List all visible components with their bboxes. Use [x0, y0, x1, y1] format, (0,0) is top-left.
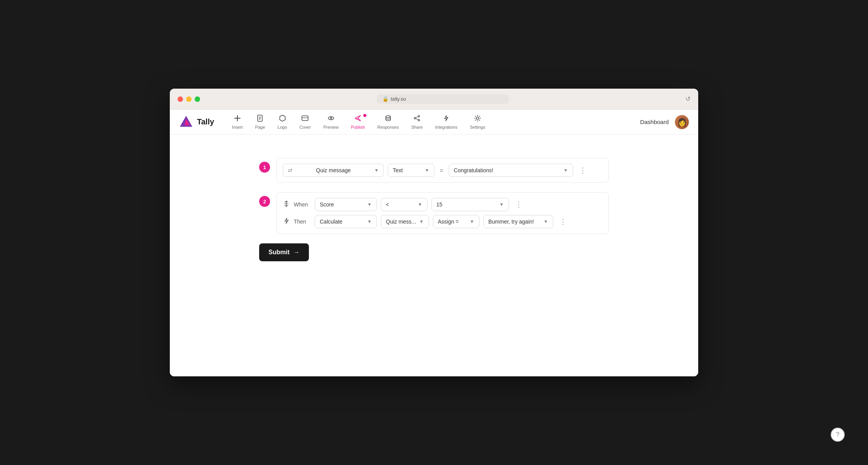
traffic-lights	[178, 96, 200, 102]
title-bar: 🔒 tally.so ↺	[170, 89, 698, 110]
nav-item-publish[interactable]: Publish	[345, 112, 370, 132]
svg-point-12	[330, 117, 332, 119]
type-arrow-1: ▼	[425, 168, 429, 173]
svg-point-15	[418, 115, 420, 117]
url-text: tally.so	[391, 96, 406, 102]
share-icon	[413, 115, 420, 124]
condition-field-select[interactable]: Score ▼	[315, 198, 377, 211]
rule-content-2: When Score ▼ < ▼ 15 ▼	[276, 192, 609, 234]
nav-item-cover[interactable]: Cover	[294, 112, 316, 132]
rule-content-1: ⇄ Quiz message ▼ Text ▼ =	[276, 158, 609, 183]
rule-block-2: 2	[259, 192, 609, 234]
bolt-icon	[443, 115, 450, 124]
url-input[interactable]: 🔒 tally.so	[377, 94, 509, 104]
svg-point-20	[476, 117, 479, 119]
user-avatar[interactable]: 👩	[675, 115, 689, 129]
type-select-1[interactable]: Text ▼	[388, 164, 434, 177]
condition-op-arrow: ▼	[418, 202, 422, 207]
condition-field-arrow: ▼	[367, 202, 372, 207]
svg-point-14	[386, 115, 390, 117]
value-select-1[interactable]: Congratulations! ▼	[449, 164, 573, 177]
action-field-label: Calculate	[320, 219, 342, 225]
responses-label: Responses	[377, 125, 399, 129]
help-button[interactable]: ?	[831, 428, 845, 442]
rule-number-1: 1	[259, 162, 270, 173]
condition-value-label: 15	[436, 201, 443, 208]
submit-button[interactable]: Submit →	[259, 243, 309, 261]
svg-point-11	[328, 117, 334, 120]
field-arrow-1: ▼	[374, 168, 379, 173]
publish-dot	[363, 114, 366, 117]
nav-item-integrations[interactable]: Integrations	[430, 112, 463, 132]
insert-label: Insert	[232, 125, 243, 129]
cover-icon	[302, 115, 309, 124]
when-label: When	[294, 201, 311, 208]
browser-window: 🔒 tally.so ↺ Tally	[170, 89, 698, 376]
field-label-1: Quiz message	[316, 167, 350, 173]
maximize-button[interactable]	[195, 96, 200, 102]
action-value-select[interactable]: Bummer, try again! ▼	[483, 215, 553, 228]
plus-icon	[234, 115, 241, 124]
field-split-icon: ⇄	[288, 167, 293, 173]
condition-value-select[interactable]: 15 ▼	[431, 198, 509, 211]
database-icon	[385, 115, 392, 124]
settings-label: Settings	[470, 125, 485, 129]
nav-right: Dashboard 👩	[640, 115, 689, 129]
gear-icon	[474, 115, 481, 124]
nav-item-preview[interactable]: Preview	[318, 112, 344, 132]
more-button-2-when[interactable]: ⋮	[513, 199, 525, 210]
form-area: 1 ⇄ Quiz message ▼ Text	[259, 158, 609, 261]
close-button[interactable]	[178, 96, 183, 102]
page-icon	[256, 115, 263, 124]
svg-line-19	[416, 119, 418, 120]
main-content: 1 ⇄ Quiz message ▼ Text	[170, 135, 698, 376]
action-target-arrow: ▼	[419, 219, 424, 224]
then-action-icon	[283, 217, 290, 226]
condition-field-label: Score	[320, 201, 334, 208]
condition-op-select[interactable]: < ▼	[381, 198, 427, 211]
action-target-select[interactable]: Quiz mess... ▼	[381, 215, 429, 228]
minimize-button[interactable]	[186, 96, 192, 102]
when-row: When Score ▼ < ▼ 15 ▼	[283, 198, 602, 211]
nav-item-page[interactable]: Page	[250, 112, 271, 132]
app-container: Tally Insert	[170, 110, 698, 376]
then-label: Then	[294, 219, 311, 225]
nav-item-share[interactable]: Share	[406, 112, 428, 132]
condition-value-arrow: ▼	[499, 202, 504, 207]
nav-item-insert[interactable]: Insert	[227, 112, 248, 132]
preview-label: Preview	[323, 125, 338, 129]
when-condition-icon	[283, 200, 290, 209]
publish-label: Publish	[351, 125, 365, 129]
action-op-select[interactable]: Assign = ▼	[433, 215, 479, 228]
field-select-1[interactable]: ⇄ Quiz message ▼	[283, 164, 384, 177]
nav-item-logo[interactable]: Logo	[272, 112, 292, 132]
eye-icon	[328, 115, 335, 124]
svg-point-17	[418, 119, 420, 121]
send-icon	[354, 115, 361, 124]
share-label: Share	[411, 125, 422, 129]
more-button-2-then[interactable]: ⋮	[557, 216, 569, 227]
more-button-1[interactable]: ⋮	[577, 164, 589, 176]
dashboard-link[interactable]: Dashboard	[640, 119, 669, 125]
logo-text: Tally	[197, 117, 214, 126]
tally-logo-icon	[179, 115, 193, 129]
action-field-arrow: ▼	[367, 219, 372, 224]
submit-arrow: →	[293, 249, 300, 256]
rule-number-2: 2	[259, 196, 270, 207]
reload-button[interactable]: ↺	[685, 95, 690, 103]
action-value-label: Bummer, try again!	[488, 219, 534, 225]
logo-area: Tally	[179, 115, 214, 129]
nav-item-settings[interactable]: Settings	[464, 112, 491, 132]
value-arrow-1: ▼	[563, 168, 568, 173]
action-op-label: Assign =	[438, 219, 459, 225]
svg-line-18	[416, 117, 418, 118]
lock-icon: 🔒	[382, 96, 389, 102]
top-nav: Tally Insert	[170, 110, 698, 135]
nav-item-responses[interactable]: Responses	[372, 112, 404, 132]
hexagon-icon	[279, 115, 286, 124]
svg-point-16	[414, 117, 416, 119]
operator-1: =	[438, 167, 445, 174]
action-field-select[interactable]: Calculate ▼	[315, 215, 377, 228]
type-label-1: Text	[393, 167, 403, 173]
submit-area: Submit →	[259, 243, 609, 261]
